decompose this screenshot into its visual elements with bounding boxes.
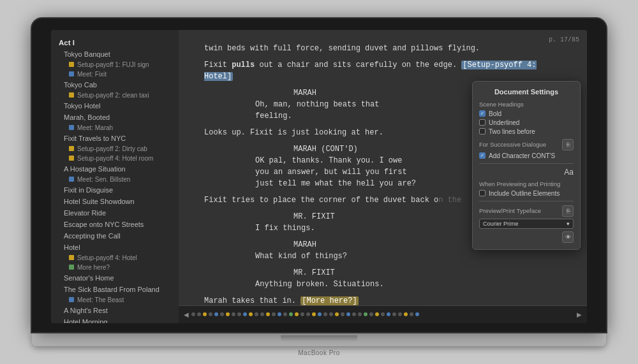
- ts-14: [266, 312, 270, 316]
- successive-copy-btn[interactable]: ⎘: [562, 139, 574, 150]
- sidebar: Act I Tokyo Banquet Setup-payoff 1: FUJI…: [51, 30, 179, 323]
- checkbox-bold[interactable]: [479, 110, 486, 117]
- checkbox-row-bold: Bold: [479, 110, 574, 117]
- settings-title: Document Settings: [479, 88, 574, 96]
- successive-label: For Successive Dialogue: [479, 141, 546, 148]
- previewing-label: When Previewing and Printing: [479, 180, 574, 187]
- color-dot: [69, 177, 74, 182]
- ts-35: [387, 312, 390, 316]
- sidebar-scene-tokyo-cab[interactable]: Tokyo Cab: [51, 79, 179, 91]
- ts-38: [404, 312, 408, 316]
- sidebar-item-9[interactable]: More here?: [51, 263, 179, 272]
- ts-16: [278, 312, 281, 316]
- settings-divider-2: [479, 201, 574, 201]
- ts-1: [191, 312, 195, 316]
- script-dial-4: What kind of things?: [255, 251, 510, 262]
- laptop-container: Act I Tokyo Banquet Setup-payoff 1: FUJI…: [32, 18, 606, 346]
- ts-24: [323, 312, 327, 316]
- color-dot: [69, 92, 74, 98]
- color-dot: [69, 62, 74, 67]
- ts-4: [209, 312, 212, 316]
- settings-icon-row: 👁: [479, 231, 574, 243]
- checkbox-contd[interactable]: [479, 152, 486, 159]
- checkbox-row-underlined: Underlined: [479, 119, 574, 126]
- sidebar-item-4[interactable]: Meet: Marah: [51, 123, 179, 133]
- color-dot: [69, 156, 74, 161]
- script-line-5: Marah takes that in. [More here?]: [204, 295, 561, 305]
- typeface-row: Preview/Print Typeface ⎘: [479, 205, 574, 217]
- sidebar-scene-hostage[interactable]: A Hostage Situation: [51, 163, 179, 175]
- sidebar-item-1[interactable]: Setup-payoff 1: FUJI sign: [51, 60, 179, 69]
- script-line-1: twin beds with full force, sending duvet…: [204, 43, 561, 54]
- color-dot: [69, 125, 74, 130]
- sidebar-scene-elevator[interactable]: Elevator Ride: [51, 207, 179, 219]
- checkbox-underlined[interactable]: [479, 119, 486, 126]
- checkbox-outline[interactable]: [479, 190, 486, 196]
- ts-13: [260, 312, 264, 316]
- ts-18: [289, 312, 293, 316]
- typeface-label: Preview/Print Typeface: [479, 207, 541, 214]
- ts-6: [220, 312, 224, 316]
- sidebar-item-5[interactable]: Setup-payoff 2: Dirty cab: [51, 144, 179, 154]
- sidebar-scene-tokyo-hotel[interactable]: Tokyo Hotel: [51, 100, 179, 112]
- sidebar-scene-hotel[interactable]: Hotel: [51, 242, 179, 253]
- typeface-copy-btn[interactable]: ⎘: [562, 205, 574, 217]
- timeline-right-arrow[interactable]: ▶: [577, 311, 582, 318]
- ts-30: [358, 312, 362, 316]
- sidebar-scene-accepting-call[interactable]: Accepting the Call: [51, 230, 179, 242]
- font-select[interactable]: Courier Prime ▾: [479, 219, 574, 229]
- ts-22: [312, 312, 316, 316]
- checkbox-two-lines[interactable]: [479, 128, 486, 135]
- successive-dialogue-row: For Successive Dialogue ⎘: [479, 139, 574, 150]
- ts-39: [410, 312, 413, 316]
- sidebar-scene-hotel-morning[interactable]: Hotel Morning: [51, 316, 179, 323]
- sidebar-scene-fixit-disguise[interactable]: Fixit in Disguise: [51, 184, 179, 196]
- laptop-base: MacBook Pro: [32, 332, 606, 346]
- script-line-2: Fixit pulls out a chair and sits careful…: [204, 59, 561, 82]
- ts-19: [295, 312, 299, 316]
- script-char-fixit-2: MR. FIXIT: [293, 267, 561, 279]
- sidebar-item-2[interactable]: Meet: Fixit: [51, 69, 179, 79]
- ts-15: [272, 312, 276, 316]
- sidebar-scene-tokyo-banquet[interactable]: Tokyo Banquet: [51, 48, 179, 60]
- highlight-more: [More here?]: [300, 296, 358, 305]
- timeline-left-arrow[interactable]: ◀: [184, 311, 189, 318]
- sidebar-item-8[interactable]: Setup-payoff 4: Hotel: [51, 253, 179, 263]
- ts-33: [375, 312, 379, 316]
- sidebar-scene-hotel-suite[interactable]: Hotel Suite Showdown: [51, 196, 179, 207]
- ts-40: [415, 312, 419, 316]
- ts-17: [283, 312, 287, 316]
- ts-26: [335, 312, 339, 316]
- sidebar-item-7[interactable]: Meet: Sen. Billsten: [51, 175, 179, 184]
- checkbox-row-outline: Include Outline Elements: [479, 190, 574, 197]
- sidebar-scene-sick-bastard[interactable]: The Sick Bastard From Poland: [51, 284, 179, 295]
- main-content: p. 17/85 twin beds with full force, send…: [179, 30, 587, 323]
- ts-5: [214, 312, 218, 316]
- checkbox-row-contd: Add Character CONT'S: [479, 152, 574, 159]
- sidebar-scene-nights-rest[interactable]: A Night's Rest: [51, 305, 179, 316]
- highlight-setup: [Setup-psyoff 4: Hotel]: [204, 61, 537, 81]
- checkbox-row-two-lines: Two lines before: [479, 128, 574, 135]
- sidebar-item-10[interactable]: Meet: The Beast: [51, 295, 179, 305]
- ts-37: [398, 312, 402, 316]
- color-dot: [69, 71, 74, 76]
- ts-8: [232, 312, 235, 316]
- sidebar-scene-nyc-streets[interactable]: Escape onto NYC Streets: [51, 219, 179, 230]
- color-dot: [69, 146, 74, 151]
- sidebar-scene-senators-home[interactable]: Senator's Home: [51, 272, 179, 284]
- laptop-label: MacBook Pro: [298, 349, 340, 356]
- sidebar-scene-fixit-nyc[interactable]: Fixit Travels to NYC: [51, 133, 179, 144]
- ts-20: [300, 312, 304, 316]
- timeline-track[interactable]: [191, 312, 574, 316]
- laptop-base-notch: [281, 335, 357, 342]
- ts-31: [364, 312, 367, 316]
- ts-21: [306, 312, 310, 316]
- ts-25: [329, 312, 333, 316]
- sidebar-item-6[interactable]: Setup-payoff 4: Hotel room: [51, 154, 179, 163]
- sidebar-item-3[interactable]: Setup-payoff 2: clean taxi: [51, 91, 179, 100]
- ts-10: [243, 312, 247, 316]
- ts-3: [203, 312, 207, 316]
- eye-icon-btn[interactable]: 👁: [562, 231, 574, 243]
- ts-11: [249, 312, 253, 316]
- sidebar-scene-marah-booted[interactable]: Marah, Booted: [51, 112, 179, 123]
